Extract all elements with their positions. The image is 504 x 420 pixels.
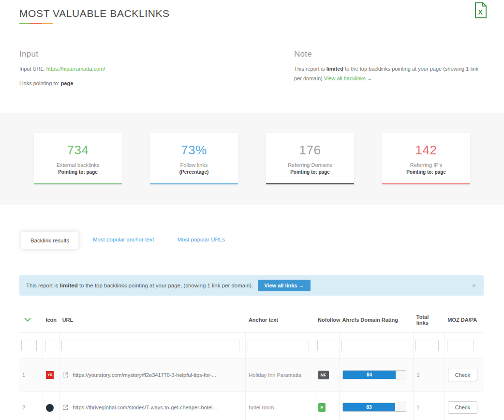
col-header-moz-da-pa[interactable]: MOZ DA/PA — [445, 308, 484, 332]
banner-text-start: This report is — [26, 283, 60, 288]
filter-input-url[interactable] — [61, 340, 239, 351]
table-row: 1 YS https://yourstory.com/mystory/ff2e3… — [19, 359, 484, 391]
total-links-value: 1 — [416, 372, 419, 378]
site-favicon — [46, 404, 54, 412]
title-underline — [19, 23, 485, 24]
table-row: 2 https://thriveglobal.com/stories/7-way… — [19, 391, 484, 420]
stat-sublabel: Pointing to: page — [34, 169, 122, 175]
svg-text:X: X — [478, 8, 483, 16]
banner-close-icon[interactable]: × — [472, 282, 476, 289]
stat-label: Referring Domains — [266, 162, 354, 168]
note-section: Note This report is limited to the top b… — [294, 49, 485, 89]
note-text: This report is limited to the top backli… — [294, 64, 485, 84]
tabs-row: Backlink results Most popular anchor tex… — [19, 229, 484, 249]
view-all-backlinks-link[interactable]: View all backlinks → — [324, 75, 372, 81]
underline-segment — [30, 23, 42, 24]
ahrefs-rating-bar: 84 — [342, 370, 406, 379]
underline-segment — [19, 23, 30, 24]
input-url-label: Input URL: — [19, 66, 45, 72]
ahrefs-rating-fill: 84 — [343, 371, 396, 379]
backlink-url[interactable]: https://thriveglobal.com/stories/7-ways-… — [73, 405, 217, 410]
links-pointing-line: Links pointing to: page — [19, 79, 294, 88]
underline-segment — [42, 23, 53, 24]
most-valuable-backlinks-page: MOST VALUABLE BACKLINKS X Input Input UR… — [0, 0, 504, 420]
external-link-icon[interactable] — [62, 372, 68, 378]
col-header-total-links[interactable]: Total links — [414, 308, 445, 332]
anchor-text: Holiday Inn Paramatta — [249, 372, 301, 378]
note-text-start: This report is — [294, 66, 326, 72]
banner-text-end: to the top backlinks pointing at your pa… — [78, 283, 253, 288]
stat-card-referring-ips: 142 Referring IP's Pointing to: page — [382, 133, 470, 184]
banner-text-bold: limited — [60, 283, 78, 288]
col-header-anchor-text[interactable]: Anchor text — [246, 308, 315, 332]
filter-input-anchor-text[interactable] — [248, 340, 309, 351]
tab-most-popular-urls[interactable]: Most popular URLs — [177, 237, 224, 242]
input-url-link[interactable]: https://hiparramatta.com/ — [46, 66, 105, 72]
ahrefs-rating-fill: 83 — [343, 403, 395, 411]
nofollow-badge: NF — [318, 371, 329, 379]
site-favicon: YS — [46, 371, 54, 379]
external-link-icon[interactable] — [62, 405, 68, 410]
total-links-value: 1 — [416, 405, 419, 410]
filter-input-moz[interactable] — [447, 340, 474, 351]
input-heading: Input — [19, 49, 294, 59]
stat-card-external-backlinks: 734 External backlinks Pointing to: page — [34, 133, 122, 184]
info-row: Input Input URL: https://hiparramatta.co… — [0, 49, 504, 89]
moz-check-button[interactable]: Check — [448, 401, 477, 414]
backlink-url[interactable]: https://yourstory.com/mystory/ff2e341770… — [73, 372, 216, 378]
stat-label: Follow links — [150, 162, 238, 168]
tab-most-popular-anchor-text[interactable]: Most popular anchor text — [93, 237, 154, 242]
limit-info-banner: This report is limited to the top backli… — [19, 275, 484, 296]
links-pointing-label: Links pointing to: — [19, 80, 59, 86]
filter-input-number[interactable] — [21, 340, 37, 351]
follow-badge: F — [318, 403, 326, 412]
stat-label: External backlinks — [34, 162, 122, 168]
favicon-text: YS — [47, 373, 52, 376]
col-header-ahrefs-domain-rating[interactable]: Ahrefs Domain Rating — [339, 308, 413, 332]
stat-sublabel: (Percentage) — [150, 169, 238, 175]
stat-sublabel: Pointing to: page — [382, 169, 470, 175]
stat-card-referring-domains: 176 Referring Domains Pointing to: page — [266, 133, 354, 184]
filter-input-icon[interactable] — [45, 340, 53, 351]
row-number: 2 — [22, 405, 25, 410]
row-number: 1 — [22, 372, 25, 378]
note-text-bold: limited — [326, 66, 343, 72]
col-header-nofollow[interactable]: Nofollow — [315, 308, 339, 332]
stat-label: Referring IP's — [382, 162, 470, 168]
stats-band: 734 External backlinks Pointing to: page… — [0, 113, 504, 205]
stat-value: 142 — [382, 143, 470, 158]
tab-backlink-results[interactable]: Backlink results — [21, 232, 78, 249]
page-title: MOST VALUABLE BACKLINKS — [19, 8, 485, 19]
filter-input-rating[interactable] — [341, 340, 407, 351]
links-pointing-value: page — [61, 80, 74, 86]
input-url-line: Input URL: https://hiparramatta.com/ — [19, 64, 294, 74]
ahrefs-rating-value: 83 — [366, 405, 371, 410]
stat-card-follow-links: 73% Follow links (Percentage) — [150, 133, 238, 184]
excel-export-button[interactable]: X — [474, 2, 488, 18]
note-heading: Note — [294, 49, 485, 59]
input-section: Input Input URL: https://hiparramatta.co… — [19, 49, 294, 89]
url-cell: https://thriveglobal.com/stories/7-ways-… — [62, 405, 241, 410]
col-header-icon[interactable]: Icon — [43, 308, 59, 332]
banner-text: This report is limited to the top backli… — [26, 283, 253, 288]
stat-value: 734 — [34, 143, 122, 158]
anchor-text: hotel room — [249, 405, 274, 410]
filter-input-total-links[interactable] — [415, 340, 439, 351]
view-all-links-button[interactable]: View all links → — [258, 280, 310, 291]
stat-value: 176 — [266, 143, 354, 158]
excel-icon: X — [474, 2, 488, 18]
url-cell: https://yourstory.com/mystory/ff2e341770… — [62, 372, 241, 378]
sort-chevron-down-icon[interactable] — [22, 316, 31, 323]
table-header-row: Icon URL Anchor text Nofollow Ahrefs Dom… — [19, 308, 484, 332]
moz-check-button[interactable]: Check — [448, 369, 477, 381]
stat-value: 73% — [150, 143, 238, 158]
filter-input-nofollow[interactable] — [317, 340, 333, 351]
table-filter-row — [19, 332, 484, 359]
col-header-url[interactable]: URL — [59, 308, 246, 332]
backlinks-table: Icon URL Anchor text Nofollow Ahrefs Dom… — [19, 308, 484, 420]
stat-sublabel: Pointing to: page — [266, 169, 354, 175]
ahrefs-rating-value: 84 — [367, 372, 372, 377]
page-header: MOST VALUABLE BACKLINKS X — [0, 0, 504, 24]
ahrefs-rating-bar: 83 — [342, 403, 406, 412]
